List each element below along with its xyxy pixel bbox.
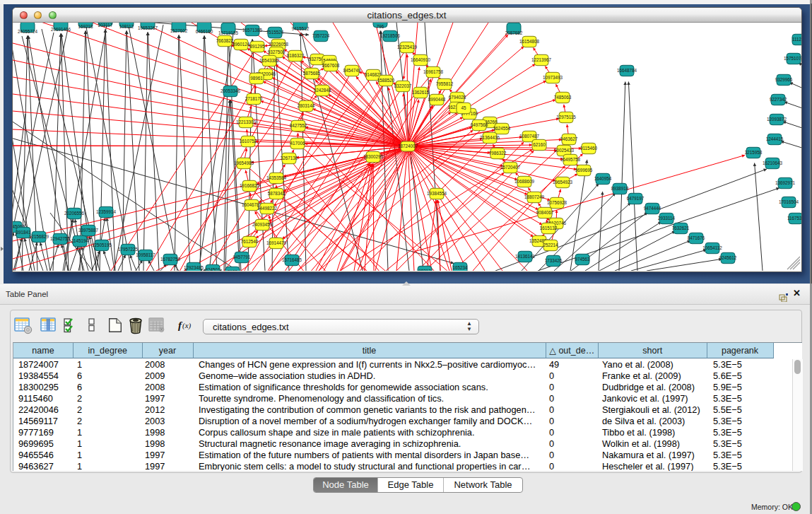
svg-text:1362615: 1362615 <box>411 90 429 95</box>
svg-text:(x): (x) <box>182 321 192 330</box>
svg-text:9084067: 9084067 <box>536 210 553 215</box>
svg-text:252214: 252214 <box>543 243 558 247</box>
svg-text:1640954: 1640954 <box>594 176 611 181</box>
svg-text:18300295: 18300295 <box>363 154 383 159</box>
svg-text:8427552: 8427552 <box>289 123 307 128</box>
svg-text:15751074: 15751074 <box>783 56 801 61</box>
svg-text:169218: 169218 <box>78 23 93 28</box>
svg-text:16571385: 16571385 <box>242 28 262 33</box>
svg-text:7515524: 7515524 <box>266 30 283 35</box>
svg-text:12213303: 12213303 <box>235 119 256 124</box>
svg-text:6479197: 6479197 <box>626 196 644 201</box>
svg-text:8122: 8122 <box>227 269 237 271</box>
svg-text:10807487: 10807487 <box>519 134 539 139</box>
svg-text:20206556: 20206556 <box>64 211 84 216</box>
svg-text:16640910: 16640910 <box>410 57 430 62</box>
svg-text:12359914: 12359914 <box>95 209 116 214</box>
svg-text:17957225: 17957225 <box>117 247 138 252</box>
svg-text:7485063: 7485063 <box>553 95 571 100</box>
svg-text:18807249: 18807249 <box>524 194 544 199</box>
svg-text:165234: 165234 <box>452 265 468 270</box>
svg-text:14353584: 14353584 <box>266 175 286 180</box>
svg-text:15716485: 15716485 <box>281 257 302 262</box>
svg-text:10973493: 10973493 <box>542 75 563 80</box>
svg-text:9329966: 9329966 <box>775 77 792 82</box>
svg-text:1244415: 1244415 <box>765 136 783 141</box>
svg-text:8990448: 8990448 <box>428 97 445 102</box>
svg-text:19654923: 19654923 <box>552 180 572 185</box>
svg-text:9245612: 9245612 <box>719 255 736 260</box>
svg-text:5875685: 5875685 <box>302 71 320 76</box>
svg-text:16914479: 16914479 <box>266 240 286 245</box>
svg-text:8322037: 8322037 <box>394 83 411 88</box>
svg-text:19218506: 19218506 <box>379 33 400 38</box>
svg-text:8186323: 8186323 <box>286 53 304 58</box>
svg-text:15720407: 15720407 <box>500 165 520 170</box>
svg-text:21364436: 21364436 <box>479 135 500 140</box>
svg-text:1588520: 1588520 <box>377 78 394 83</box>
svg-text:18724007: 18724007 <box>397 144 418 148</box>
svg-text:16648784: 16648784 <box>616 68 637 73</box>
svg-text:16782759: 16782759 <box>160 257 180 262</box>
svg-text:16543382: 16543382 <box>259 58 279 63</box>
svg-text:9227342: 9227342 <box>769 97 787 102</box>
svg-text:108112: 108112 <box>119 23 134 28</box>
svg-text:14136141: 14136141 <box>514 254 535 259</box>
svg-text:16154808: 16154808 <box>519 39 539 44</box>
svg-text:16210643: 16210643 <box>762 160 782 165</box>
svg-text:8471676: 8471676 <box>687 235 705 240</box>
svg-text:12975115: 12975115 <box>556 115 576 119</box>
svg-text:7955812: 7955812 <box>435 81 453 86</box>
svg-text:1145194: 1145194 <box>71 238 88 243</box>
svg-text:9699695: 9699695 <box>575 168 592 173</box>
svg-text:417006: 417006 <box>290 141 305 146</box>
svg-text:2667608: 2667608 <box>322 63 339 68</box>
svg-text:10688609: 10688609 <box>514 179 534 184</box>
svg-text:1610752: 1610752 <box>239 139 257 144</box>
svg-text:1527602: 1527602 <box>170 28 187 33</box>
svg-text:7612540: 7612540 <box>240 239 258 244</box>
svg-text:9474444: 9474444 <box>643 206 661 211</box>
svg-text:3267130: 3267130 <box>280 156 298 160</box>
svg-text:33975887: 33975887 <box>78 228 98 233</box>
svg-text:24055724: 24055724 <box>17 28 37 33</box>
svg-text:13692971: 13692971 <box>775 180 795 185</box>
svg-text:19384554: 19384554 <box>426 191 447 196</box>
svg-text:7357224: 7357224 <box>312 33 329 38</box>
svg-text:20691406: 20691406 <box>50 26 71 31</box>
svg-text:19654985: 19654985 <box>233 160 254 165</box>
svg-text:17016504: 17016504 <box>778 199 799 204</box>
svg-text:10958117: 10958117 <box>136 252 155 257</box>
svg-text:12923485: 12923485 <box>183 265 204 270</box>
svg-text:12093872: 12093872 <box>766 117 787 122</box>
svg-text:3624554: 3624554 <box>493 126 510 131</box>
svg-text:9242848: 9242848 <box>313 88 331 93</box>
svg-text:12156829: 12156829 <box>28 234 49 239</box>
svg-text:796: 796 <box>376 23 384 28</box>
svg-text:924501: 924501 <box>205 267 220 271</box>
svg-text:203117: 203117 <box>98 23 112 28</box>
svg-text:10654112: 10654112 <box>702 245 722 250</box>
svg-text:8454749: 8454749 <box>343 68 360 73</box>
svg-text:19166825: 19166825 <box>239 183 259 188</box>
svg-text:2718170: 2718170 <box>245 96 262 101</box>
svg-text:9415512: 9415512 <box>291 25 309 30</box>
svg-text:12942757: 12942757 <box>49 236 70 241</box>
svg-text:98213: 98213 <box>418 269 431 271</box>
svg-text:10653267: 10653267 <box>137 25 158 30</box>
svg-text:9463627: 9463627 <box>560 136 577 141</box>
svg-text:7632621: 7632621 <box>671 226 689 230</box>
svg-text:2803144: 2803144 <box>297 103 314 108</box>
svg-text:9115460: 9115460 <box>579 146 597 151</box>
svg-text:974563: 974563 <box>575 257 590 262</box>
svg-text:10756928: 10756928 <box>546 200 567 205</box>
svg-text:2933114: 2933114 <box>657 216 675 221</box>
svg-text:14498222: 14498222 <box>257 206 277 211</box>
svg-text:45: 45 <box>461 105 466 110</box>
svg-text:12325419: 12325419 <box>396 45 417 49</box>
svg-text:5878342: 5878342 <box>267 191 285 196</box>
svg-text:9457791: 9457791 <box>233 255 250 259</box>
svg-text:6794028: 6794028 <box>448 95 466 100</box>
svg-text:6466160: 6466160 <box>195 28 213 33</box>
svg-text:12213967: 12213967 <box>531 57 551 62</box>
